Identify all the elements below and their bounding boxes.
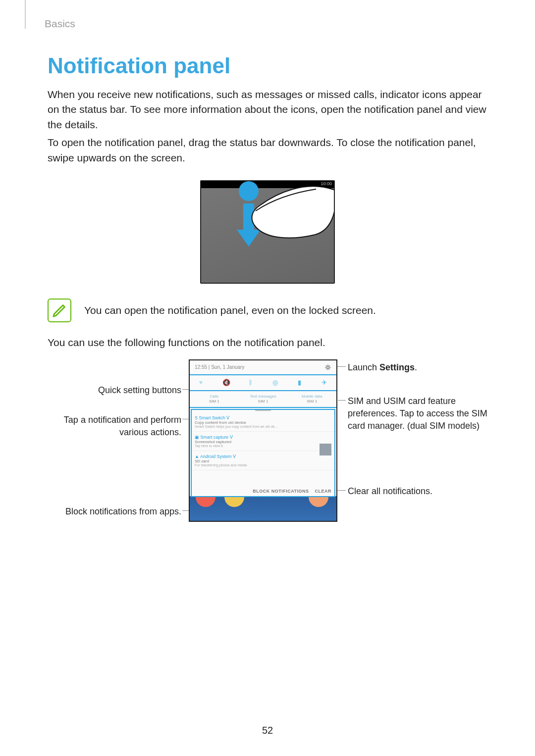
flashlight-icon: ▮ (296, 379, 304, 387)
sim-row: CallsSIM 1 Text messagesSIM 1 Mobile dat… (190, 391, 336, 408)
svg-point-2 (239, 181, 259, 201)
note-icon (48, 299, 71, 322)
functions-lead: You can use the following functions on t… (48, 335, 487, 350)
wifi-icon: ᯤ (198, 379, 206, 387)
callout-settings-bold: Settings (379, 362, 415, 372)
swipe-down-illustration: 10:00 (200, 180, 335, 284)
sim-col-texts: Text messagesSIM 1 (239, 394, 288, 403)
svg-line-10 (326, 368, 327, 369)
home-strip (190, 496, 336, 521)
bluetooth-icon: ᛒ (247, 379, 255, 387)
callout-launch-settings: Launch Settings. (348, 361, 486, 374)
gear-icon (324, 364, 331, 371)
svg-line-8 (326, 365, 327, 366)
callout-settings-post: . (415, 362, 417, 372)
notification-panel-diagram: Quick setting buttons Tap a notification… (48, 359, 487, 538)
section-label: Basics (45, 18, 75, 30)
callout-settings-pre: Launch (348, 362, 379, 372)
lead-line (338, 400, 346, 401)
sim-col-data: Mobile dataSIM 1 (287, 394, 336, 403)
highlight-box (191, 409, 335, 497)
callout-block-notifications: Block notifications from apps. (48, 505, 181, 518)
quick-settings-row: ᯤ 🔇 ᛒ ◎ ▮ ✈ (190, 375, 336, 391)
location-icon: ◎ (271, 379, 279, 387)
svg-line-9 (329, 368, 330, 369)
airplane-icon: ✈ (320, 379, 328, 387)
intro-paragraph-1: When you receive new notifications, such… (48, 87, 487, 132)
svg-line-11 (329, 365, 330, 366)
callout-tap-notification: Tap a notification and perform various a… (48, 414, 181, 439)
panel-header: 12:55 | Sun, 1 January (190, 360, 336, 375)
svg-point-3 (327, 366, 329, 368)
panel-date: 12:55 | Sun, 1 January (195, 364, 244, 370)
mute-icon: 🔇 (222, 379, 230, 387)
sim-col-calls: CallsSIM 1 (190, 394, 239, 403)
page-title: Notification panel (48, 53, 487, 78)
header-rule (25, 0, 26, 29)
svg-marker-1 (237, 230, 261, 247)
note-text: You can open the notification panel, eve… (84, 304, 376, 316)
callout-quick-settings: Quick setting buttons (57, 384, 181, 397)
swipe-hand-icon (201, 181, 334, 283)
intro-paragraph-2: To open the notification panel, drag the… (48, 135, 487, 165)
page-number: 52 (0, 725, 535, 736)
